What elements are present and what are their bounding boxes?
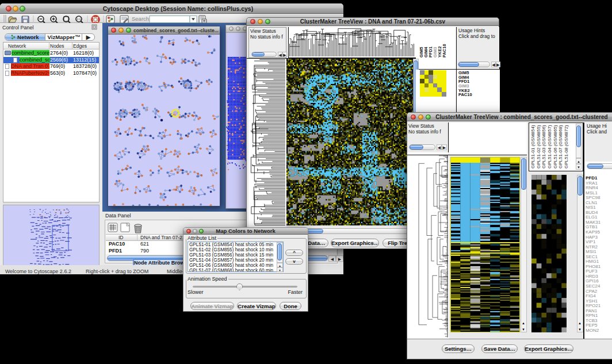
svg-text:Search:: Search:	[132, 16, 151, 22]
svg-text:1:1: 1:1	[77, 17, 81, 21]
